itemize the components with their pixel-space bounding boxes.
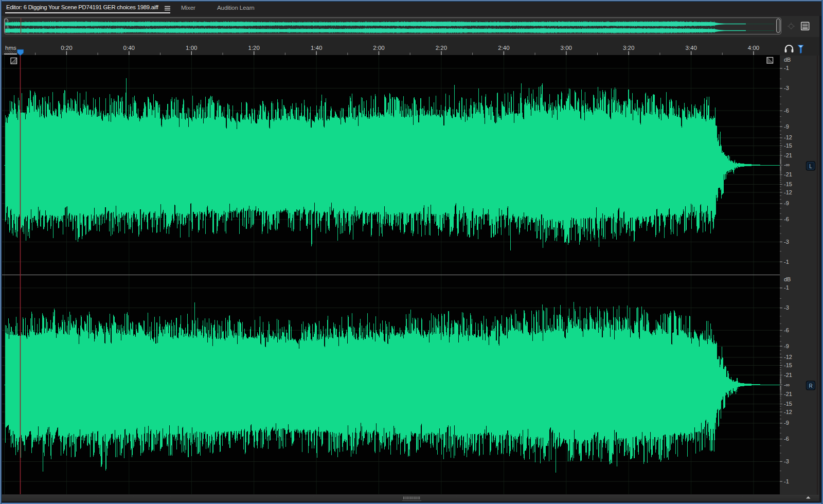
svg-text:3:20: 3:20 — [623, 45, 634, 51]
svg-text:-3: -3 — [784, 304, 789, 311]
svg-text:-∞: -∞ — [784, 161, 790, 168]
svg-text:-1: -1 — [784, 284, 789, 291]
svg-text:-21: -21 — [784, 171, 792, 177]
svg-text:-21: -21 — [784, 152, 792, 158]
svg-text:-3: -3 — [784, 458, 789, 464]
svg-text:-9: -9 — [784, 123, 789, 130]
svg-text:0:20: 0:20 — [61, 45, 72, 51]
svg-text:-9: -9 — [784, 200, 789, 206]
svg-text:-15: -15 — [784, 181, 792, 187]
svg-text:-∞: -∞ — [784, 382, 790, 388]
svg-text:4:00: 4:00 — [748, 45, 759, 51]
svg-text:2:00: 2:00 — [373, 45, 384, 51]
svg-text:-6: -6 — [784, 327, 789, 333]
svg-text:-12: -12 — [784, 409, 792, 415]
svg-text:2:40: 2:40 — [498, 45, 509, 51]
svg-text:-9: -9 — [784, 343, 789, 349]
svg-text:-12: -12 — [784, 189, 792, 195]
svg-text:-21: -21 — [784, 372, 792, 378]
svg-text:-12: -12 — [784, 354, 792, 360]
svg-text:-15: -15 — [784, 401, 792, 407]
svg-text:-12: -12 — [784, 134, 792, 140]
svg-text:-15: -15 — [784, 142, 792, 149]
svg-text:-3: -3 — [784, 85, 789, 91]
svg-text:dB: dB — [784, 276, 791, 282]
svg-text:-3: -3 — [784, 239, 789, 245]
svg-text:dB: dB — [784, 57, 791, 63]
svg-text:-1: -1 — [784, 478, 789, 484]
svg-text:3:00: 3:00 — [561, 45, 572, 51]
svg-text:3:40: 3:40 — [685, 45, 696, 51]
svg-text:1:00: 1:00 — [186, 45, 197, 51]
svg-text:-9: -9 — [784, 420, 789, 426]
svg-text:hms: hms — [5, 45, 16, 51]
svg-text:-21: -21 — [784, 391, 792, 397]
svg-text:-6: -6 — [784, 216, 789, 222]
svg-text:-1: -1 — [784, 259, 789, 265]
svg-text:L: L — [809, 164, 812, 169]
svg-text:1:20: 1:20 — [248, 45, 260, 51]
svg-text:-15: -15 — [784, 362, 792, 368]
svg-text:-1: -1 — [784, 65, 789, 71]
svg-text:-6: -6 — [784, 436, 789, 442]
svg-text:R: R — [809, 383, 812, 389]
svg-text:0:40: 0:40 — [123, 45, 135, 51]
svg-text:2:20: 2:20 — [436, 45, 447, 51]
svg-text:1:40: 1:40 — [311, 45, 322, 51]
svg-text:-6: -6 — [784, 107, 789, 114]
